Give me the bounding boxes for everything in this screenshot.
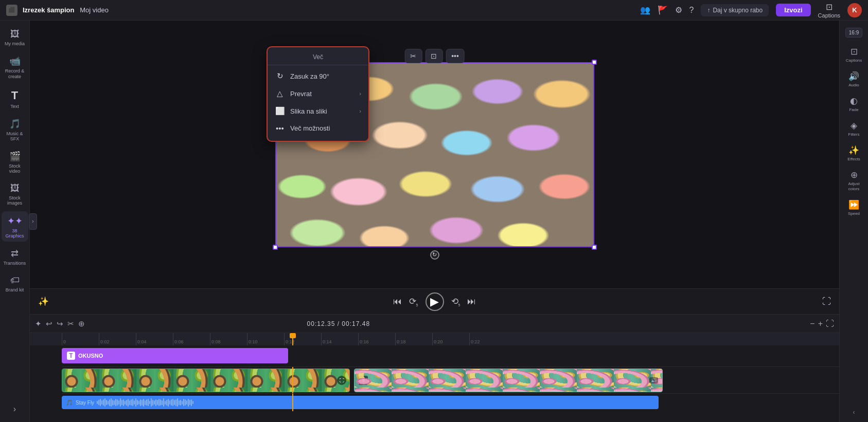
popup-item-flip[interactable]: △ Prevrat › xyxy=(268,85,368,102)
video-clip-2[interactable]: ⏸ 🔊 xyxy=(354,369,663,392)
wave-bar xyxy=(191,399,192,406)
wave-bar xyxy=(157,400,158,405)
share-arrow-icon: ↑ xyxy=(707,7,710,14)
right-tool-speed[interactable]: ⏩ Speed xyxy=(841,196,867,218)
settings-icon-btn[interactable]: ⚙ xyxy=(675,5,682,15)
forward-5s-button[interactable]: ⟲5 xyxy=(451,296,460,307)
sidebar-item-stock-images[interactable]: 🖼 Stockimages xyxy=(2,179,28,210)
zoom-in-button[interactable]: + xyxy=(818,319,823,328)
duplicate-button[interactable]: ⊕ xyxy=(78,319,85,328)
clip-sound-icon: 🔊 xyxy=(649,377,658,383)
total-time: 00:17.48 xyxy=(342,320,370,327)
timeline-time-display: 00:12.35 / 00:17.48 xyxy=(307,320,370,327)
fit-to-screen-button[interactable]: ⛶ xyxy=(826,319,834,328)
ruler-mark-4: 0:08 xyxy=(210,333,247,345)
more-button[interactable]: ••• xyxy=(446,49,465,63)
rotate-handle[interactable]: ↻ xyxy=(430,250,439,260)
redo-button[interactable]: ↪ xyxy=(57,319,63,328)
share-button[interactable]: ↑ Daj v skupno rabo xyxy=(701,4,769,16)
wave-bar xyxy=(114,400,115,405)
resize-handle-bl[interactable] xyxy=(273,245,278,250)
skip-to-start-button[interactable]: ⏮ xyxy=(393,297,402,307)
sidebar-item-my-media[interactable]: 🖼 My media xyxy=(2,25,28,49)
rewind-5s-button[interactable]: ⟳5 xyxy=(409,296,418,307)
tool-label: Audio xyxy=(848,83,859,87)
wave-bar xyxy=(171,399,172,406)
skip-to-end-button[interactable]: ⏭ xyxy=(467,297,476,307)
fullscreen-button[interactable]: ⛶ xyxy=(822,297,831,307)
clip-end-icon: ⛶ xyxy=(337,376,346,385)
ruler-mark-8: 0:16 xyxy=(358,333,395,345)
right-tool-effects[interactable]: ✨ Effects xyxy=(841,141,867,164)
help-icon-btn[interactable]: ? xyxy=(689,6,694,15)
text-clip[interactable]: T OKUSNO xyxy=(62,348,288,363)
zoom-out-button[interactable]: − xyxy=(810,319,814,328)
video-clip-1-preview xyxy=(62,369,349,392)
sidebar-item-transitions[interactable]: ⇄ Transitions xyxy=(2,244,28,269)
audio-clip[interactable]: 🎵 Stay Fly xyxy=(62,396,659,409)
captions-button[interactable]: ⊡ Captions xyxy=(818,2,840,19)
user-avatar[interactable]: K xyxy=(847,3,862,17)
wave-bar xyxy=(135,398,136,407)
wave-bar xyxy=(182,401,183,405)
sidebar-item-text[interactable]: T Text xyxy=(2,85,28,112)
video-clip-1[interactable]: ⛶ xyxy=(62,369,350,392)
wave-bar xyxy=(146,399,147,406)
sidebar-item-graphics[interactable]: ✦✦ 38 Graphics xyxy=(2,211,28,242)
wave-bar xyxy=(106,400,107,405)
sidebar-item-music[interactable]: 🎵 Music & SFX xyxy=(2,114,28,144)
resize-handle-br[interactable] xyxy=(592,245,597,250)
wave-bar xyxy=(132,399,133,406)
flag-icon-btn[interactable]: 🚩 xyxy=(658,5,668,15)
my-media-icon: 🖼 xyxy=(10,29,20,40)
sidebar-collapse-button[interactable]: › xyxy=(9,400,20,418)
wave-bar xyxy=(149,401,150,404)
right-tool-captions[interactable]: ⊡ Captions xyxy=(841,43,867,65)
right-tool-fade[interactable]: ◐ Fade xyxy=(841,92,867,115)
wave-bar xyxy=(112,400,113,406)
wave-bar xyxy=(138,401,139,405)
wave-bar xyxy=(129,400,130,405)
cut-button[interactable]: ✂ xyxy=(67,319,74,328)
music-note-icon: 🎵 xyxy=(66,399,73,406)
sidebar-item-label: Transitions xyxy=(4,261,26,266)
sidebar-item-label: Stock video xyxy=(4,163,26,174)
wave-bar xyxy=(104,398,105,407)
text-clip-label: OKUSNO xyxy=(78,353,103,359)
popup-item-rotate[interactable]: ↻ Zasuk za 90° xyxy=(268,67,368,85)
wave-bar xyxy=(123,399,124,406)
resize-handle-tr[interactable] xyxy=(592,60,597,65)
panel-expand-button[interactable]: › xyxy=(29,213,37,230)
wave-bar xyxy=(117,399,118,406)
play-button[interactable]: ▶ xyxy=(426,292,444,311)
popup-item-left: ••• Več možnosti xyxy=(275,124,330,133)
playhead-ruler-line xyxy=(292,333,293,345)
wave-bar xyxy=(165,401,166,405)
undo-button[interactable]: ↩ xyxy=(46,319,52,328)
magic-edit-button[interactable]: ✨ xyxy=(38,296,49,307)
sidebar-item-brand-kit[interactable]: 🏷 Brand kit xyxy=(2,271,28,296)
crop-button[interactable]: ✂ xyxy=(404,49,422,63)
popup-item-pip[interactable]: ⬜ Slika na sliki › xyxy=(268,102,368,120)
resize-button[interactable]: ⊡ xyxy=(425,49,442,63)
ruler-mark-9: 0:18 xyxy=(395,333,432,345)
wave-bar xyxy=(188,399,189,407)
right-tool-filters[interactable]: ◈ Filters xyxy=(841,117,867,139)
popup-item-left: ↻ Zasuk za 90° xyxy=(275,71,329,81)
sidebar-item-stock-video[interactable]: 🎬 Stock video xyxy=(2,146,28,177)
magic-toolbar-button[interactable]: ✦ xyxy=(35,319,42,328)
sidebar-item-record-create[interactable]: 📹 Record &create xyxy=(2,51,28,83)
right-tool-audio[interactable]: 🔊 Audio xyxy=(841,67,867,90)
aspect-ratio-selector[interactable]: 16:9 xyxy=(845,28,862,38)
right-tool-adjust-colors[interactable]: ⊕ Adjustcolors xyxy=(841,166,867,194)
popup-item-more-options[interactable]: ••• Več možnosti xyxy=(268,120,368,137)
export-button[interactable]: Izvozi xyxy=(776,4,810,16)
record-icon: 📹 xyxy=(9,56,21,67)
audio-track-row: 🎵 Stay Fly xyxy=(62,394,839,411)
sidebar-item-label: Music & SFX xyxy=(4,131,26,141)
right-panel-expand-button[interactable]: ‹ xyxy=(851,407,857,418)
tool-label: Speed xyxy=(848,211,860,216)
wave-bar xyxy=(98,400,99,405)
zoom-controls: − + ⛶ xyxy=(810,319,834,328)
people-icon-btn[interactable]: 👥 xyxy=(640,5,650,15)
